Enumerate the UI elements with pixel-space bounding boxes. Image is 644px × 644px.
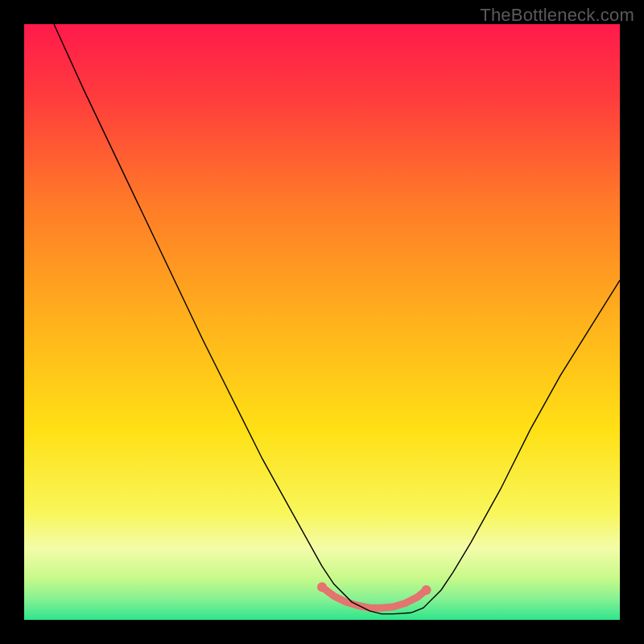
valley-dot-2 (422, 585, 431, 595)
chart-svg (24, 24, 620, 620)
valley-dot-1 (317, 582, 327, 592)
gradient-background (24, 24, 620, 620)
chart-plot-area (24, 24, 620, 620)
chart-frame: TheBottleneck.com (0, 0, 644, 644)
watermark-text: TheBottleneck.com (480, 5, 634, 26)
